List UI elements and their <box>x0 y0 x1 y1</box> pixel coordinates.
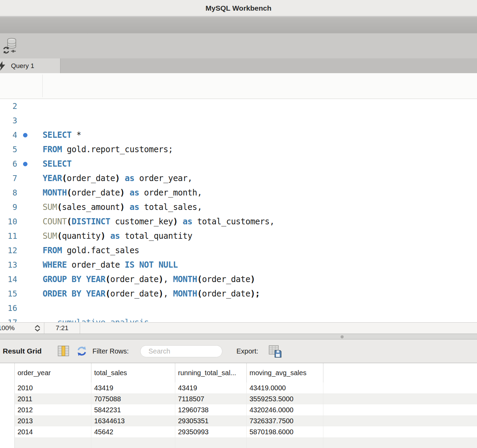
header-cell[interactable]: moving_avg_sales <box>247 363 323 382</box>
filler-cell <box>323 437 477 448</box>
grid-cell[interactable]: 3559253.5000 <box>247 393 323 404</box>
grid-cell[interactable]: 2011 <box>15 393 91 404</box>
line-number: 13 <box>0 260 17 269</box>
grid-cell[interactable] <box>247 437 323 448</box>
editor-line[interactable]: 12FROM gold.fact_sales <box>0 243 477 258</box>
editor-line[interactable]: 8MONTH(order_date) as order_month, <box>0 186 477 200</box>
filler-cell <box>323 404 477 415</box>
filler-cell <box>323 393 477 404</box>
grid-cell[interactable]: 16344613 <box>91 415 175 426</box>
sql-editor-toolbar: Limit to 1000 rows <box>0 73 477 99</box>
line-number: 3 <box>0 116 17 125</box>
tab-query-1[interactable]: Query 1 <box>0 58 60 73</box>
editor-line[interactable]: 7YEAR(order_date) as order_year, <box>0 171 477 186</box>
filter-rows-label: Filter Rows: <box>92 339 129 363</box>
refresh-button[interactable] <box>76 345 87 357</box>
line-number: 7 <box>0 174 17 183</box>
grid-cell[interactable]: 7326337.7500 <box>247 415 323 426</box>
editor-line[interactable]: 6SELECT <box>0 157 477 171</box>
pane-splitter[interactable] <box>0 334 477 339</box>
header-cell[interactable]: order_year <box>15 363 91 382</box>
mysql-workbench-window: MySQL Workbench Query 1 <box>0 0 477 448</box>
editor-line[interactable]: 10COUNT(DISTINCT customer_key) as total_… <box>0 214 477 229</box>
code-text: -- cumulative analysis <box>43 318 149 322</box>
row-gutter-cell <box>0 393 15 404</box>
editor-line[interactable]: 16 <box>0 301 477 315</box>
header-gutter-cell <box>0 363 15 382</box>
editor-statusbar: 100% 7:21 <box>0 322 477 334</box>
filler-cell <box>323 382 477 393</box>
row-gutter-cell <box>0 437 15 448</box>
zoom-stepper-icon[interactable] <box>33 325 42 333</box>
export-recordset-icon <box>269 345 281 358</box>
grid-cell[interactable] <box>15 437 91 448</box>
editor-line[interactable]: 5FROM gold.report_customers; <box>0 142 477 157</box>
cursor-position: 7:21 <box>44 323 80 334</box>
grid-cell[interactable]: 7118507 <box>175 393 247 404</box>
statusbar-divider <box>80 323 80 334</box>
grid-cell[interactable]: 43419 <box>91 382 175 393</box>
line-number: 4 <box>0 131 17 139</box>
reconnect-database-icon[interactable] <box>3 37 19 54</box>
main-toolbar-band <box>0 17 477 33</box>
code-text: FROM gold.fact_sales <box>43 246 139 255</box>
sql-editor[interactable]: 234SELECT *5FROM gold.report_customers;6… <box>0 99 477 322</box>
grid-cell[interactable]: 5870198.6000 <box>247 426 323 437</box>
grid-row[interactable]: 201316344613293053517326337.7500 <box>0 415 477 426</box>
filter-search-input[interactable] <box>148 347 240 356</box>
grid-cell[interactable]: 29305351 <box>175 415 247 426</box>
editor-line[interactable]: 14GROUP BY YEAR(order_date), MONTH(order… <box>0 272 477 287</box>
editor-line[interactable]: 9SUM(sales_amount) as total_sales, <box>0 200 477 214</box>
window-title: MySQL Workbench <box>206 4 271 12</box>
line-number: 14 <box>0 275 17 284</box>
line-number: 17 <box>0 318 17 322</box>
filter-search-box[interactable] <box>140 345 222 357</box>
query-lightning-icon <box>0 61 6 71</box>
grid-view-button[interactable] <box>58 346 69 356</box>
line-number: 2 <box>0 102 17 111</box>
row-gutter-cell <box>0 415 15 426</box>
grid-cell[interactable]: 7075088 <box>91 393 175 404</box>
editor-line[interactable]: 2 <box>0 99 477 113</box>
statement-dot-icon <box>23 162 27 166</box>
grid-cell[interactable]: 29350993 <box>175 426 247 437</box>
grid-row[interactable]: 2010434194341943419.0000 <box>0 382 477 393</box>
editor-line[interactable]: 3 <box>0 113 477 128</box>
editor-line[interactable]: 4SELECT * <box>0 128 477 142</box>
grid-row[interactable] <box>0 437 477 448</box>
editor-line[interactable]: 15ORDER BY YEAR(order_date), MONTH(order… <box>0 287 477 301</box>
grid-row[interactable]: 201445642293509935870198.6000 <box>0 426 477 437</box>
grid-cell[interactable]: 2012 <box>15 404 91 415</box>
grid-row[interactable]: 2011707508871185073559253.5000 <box>0 393 477 404</box>
grid-cell[interactable]: 12960738 <box>175 404 247 415</box>
grid-cell[interactable]: 2010 <box>15 382 91 393</box>
result-grid-toolbar: Result Grid Filter Rows: Ex <box>0 339 477 363</box>
code-text: SUM(sales_amount) as total_sales, <box>43 202 202 212</box>
grid-cell[interactable]: 43419.0000 <box>247 382 323 393</box>
grid-row[interactable]: 20125842231129607384320246.0000 <box>0 404 477 415</box>
header-cell[interactable]: running_total_sal... <box>175 363 247 382</box>
header-gutter-cell <box>323 363 477 382</box>
grid-cell[interactable] <box>175 437 247 448</box>
grid-cell[interactable]: 4320246.0000 <box>247 404 323 415</box>
line-number: 11 <box>0 232 17 240</box>
editor-line[interactable]: 11SUM(quantity) as total_quantity <box>0 229 477 243</box>
code-text: SUM(quantity) as total_quantity <box>43 231 192 241</box>
splitter-handle-icon <box>341 335 344 338</box>
export-recordset-button[interactable] <box>269 345 281 358</box>
grid-cell[interactable]: 2014 <box>15 426 91 437</box>
grid-header-row: order_yeartotal_salesrunning_total_sal..… <box>0 363 477 382</box>
code-text: MONTH(order_date) as order_month, <box>43 188 202 198</box>
header-cell[interactable]: total_sales <box>91 363 175 382</box>
refresh-icon <box>76 345 87 357</box>
grid-cell[interactable]: 43419 <box>175 382 247 393</box>
editor-line[interactable]: 13WHERE order_date IS NOT NULL <box>0 258 477 272</box>
grid-cell[interactable] <box>91 437 175 448</box>
grid-cell[interactable]: 45642 <box>91 426 175 437</box>
tab-label: Query 1 <box>11 62 34 70</box>
grid-cell[interactable]: 5842231 <box>91 404 175 415</box>
grid-cell[interactable]: 2013 <box>15 415 91 426</box>
editor-tabbar: Query 1 <box>0 58 477 73</box>
editor-line[interactable]: 17-- cumulative analysis <box>0 315 477 322</box>
statement-marker <box>17 133 43 137</box>
